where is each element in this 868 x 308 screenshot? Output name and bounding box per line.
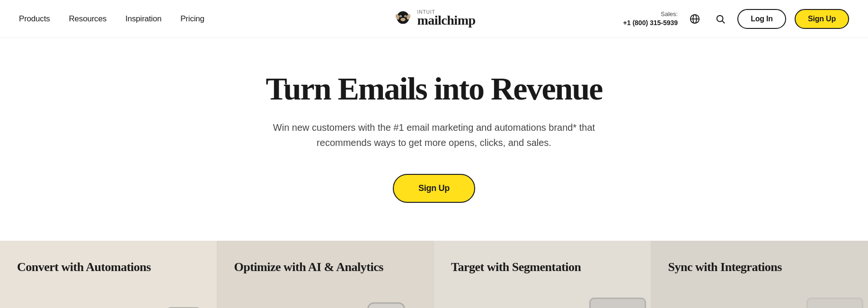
signup-nav-button[interactable]: Sign Up <box>795 9 849 29</box>
nav-left: Products Resources Inspiration Pricing <box>19 14 204 24</box>
nav-item-pricing[interactable]: Pricing <box>180 14 204 24</box>
nav-item-resources[interactable]: Resources <box>69 14 106 24</box>
signup-hero-button[interactable]: Sign Up <box>393 174 475 203</box>
search-button[interactable] <box>712 10 729 27</box>
hero-section: Turn Emails into Revenue Win new custome… <box>0 38 868 241</box>
login-button[interactable]: Log In <box>737 9 786 29</box>
feature-title-automations: Convert with Automations <box>17 260 151 275</box>
feature-title-integrations: Sync with Integrations <box>668 260 782 275</box>
svg-line-12 <box>722 21 725 23</box>
sales-info: Sales: +1 (800) 315-5939 <box>623 10 678 28</box>
feature-title-ai-analytics: Optimize with AI & Analytics <box>234 260 383 275</box>
sales-phone: +1 (800) 315-5939 <box>623 18 678 28</box>
feature-card-segmentation[interactable]: Target with Segmentation <box>434 241 651 308</box>
features-section: Convert with Automations Optimize with A… <box>0 241 868 308</box>
automations-mockup <box>122 288 217 308</box>
integrations-mockup <box>773 288 868 308</box>
mailchimp-chimp-icon <box>392 9 413 29</box>
svg-point-11 <box>717 15 723 21</box>
feature-card-automations[interactable]: Convert with Automations <box>0 241 217 308</box>
navbar: Products Resources Inspiration Pricing I… <box>0 0 868 38</box>
globe-icon <box>690 14 700 24</box>
nav-item-products[interactable]: Products <box>19 14 50 24</box>
search-icon <box>715 14 726 24</box>
hero-subtitle: Win new customers with the #1 email mark… <box>268 120 600 150</box>
nav-logo[interactable]: INTUIT mailchimp <box>392 9 475 29</box>
mailchimp-brand-label: mailchimp <box>417 13 475 27</box>
nav-item-inspiration[interactable]: Inspiration <box>125 14 161 24</box>
feature-card-integrations[interactable]: Sync with Integrations <box>651 241 868 308</box>
segmentation-mockup <box>556 288 651 308</box>
globe-button[interactable] <box>686 10 703 27</box>
hero-title: Turn Emails into Revenue <box>266 71 602 107</box>
ai-analytics-mockup <box>339 288 434 308</box>
feature-title-segmentation: Target with Segmentation <box>451 260 581 275</box>
svg-point-4 <box>405 16 406 17</box>
svg-point-3 <box>400 16 401 17</box>
sales-label: Sales: <box>623 10 678 18</box>
feature-card-ai-analytics[interactable]: Optimize with AI & Analytics <box>217 241 434 308</box>
nav-right: Sales: +1 (800) 315-5939 Log In Sign Up <box>623 9 849 29</box>
